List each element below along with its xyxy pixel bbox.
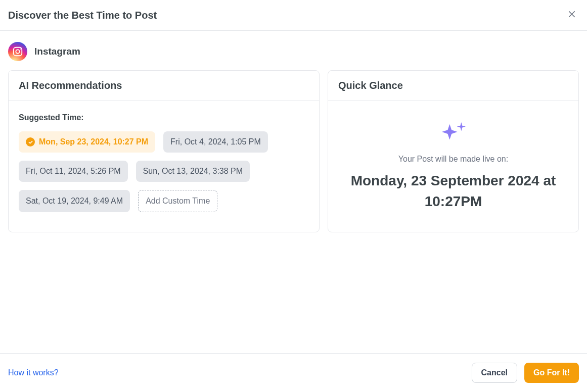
recommendations-card: AI Recommendations Suggested Time: Mon, … (8, 70, 320, 232)
quick-glance-datetime: Monday, 23 September 2024 at 10:27PM (344, 171, 562, 212)
time-chip-list: Mon, Sep 23, 2024, 10:27 PM Fri, Oct 4, … (19, 131, 309, 212)
sparkle-icon (344, 121, 562, 145)
how-it-works-link[interactable]: How it works? (8, 368, 59, 377)
svg-point-3 (16, 50, 19, 53)
modal-footer: How it works? Cancel Go For It! (0, 353, 587, 392)
cancel-button[interactable]: Cancel (472, 363, 517, 383)
modal-header: Discover the Best Time to Post (0, 0, 587, 31)
add-custom-time-button[interactable]: Add Custom Time (138, 190, 217, 212)
recommendations-title: AI Recommendations (9, 71, 319, 101)
close-icon (567, 10, 576, 21)
svg-point-4 (20, 48, 21, 50)
instagram-icon (8, 42, 27, 61)
quick-glance-card: Quick Glance Your Post will be made live… (328, 70, 579, 232)
confirm-button[interactable]: Go For It! (524, 363, 579, 383)
time-chip[interactable]: Fri, Oct 4, 2024, 1:05 PM (163, 131, 268, 153)
time-chip[interactable]: Sun, Oct 13, 2024, 3:38 PM (136, 161, 250, 182)
time-chip-label: Fri, Oct 11, 2024, 5:26 PM (26, 167, 121, 176)
add-custom-time-label: Add Custom Time (146, 197, 210, 206)
time-chip-selected[interactable]: Mon, Sep 23, 2024, 10:27 PM (19, 131, 155, 153)
footer-buttons: Cancel Go For It! (472, 363, 579, 383)
time-chip-label: Sun, Oct 13, 2024, 3:38 PM (143, 167, 243, 176)
time-chip[interactable]: Sat, Oct 19, 2024, 9:49 AM (19, 190, 130, 212)
svg-rect-2 (14, 47, 22, 56)
close-button[interactable] (565, 8, 579, 22)
platform-row: Instagram (0, 31, 587, 70)
time-chip[interactable]: Fri, Oct 11, 2024, 5:26 PM (19, 161, 128, 182)
check-icon (26, 137, 35, 146)
time-chip-label: Mon, Sep 23, 2024, 10:27 PM (39, 137, 148, 146)
time-chip-label: Sat, Oct 19, 2024, 9:49 AM (26, 197, 123, 206)
suggested-time-label: Suggested Time: (19, 113, 309, 122)
platform-label: Instagram (34, 46, 80, 57)
quick-glance-body: Your Post will be made live on: Monday, … (328, 101, 578, 232)
quick-glance-title: Quick Glance (328, 71, 578, 101)
time-chip-label: Fri, Oct 4, 2024, 1:05 PM (170, 137, 261, 146)
recommendations-body: Suggested Time: Mon, Sep 23, 2024, 10:27… (9, 101, 319, 226)
modal-title: Discover the Best Time to Post (8, 10, 157, 21)
quick-glance-subtitle: Your Post will be made live on: (344, 155, 562, 164)
content-area: AI Recommendations Suggested Time: Mon, … (0, 70, 587, 232)
